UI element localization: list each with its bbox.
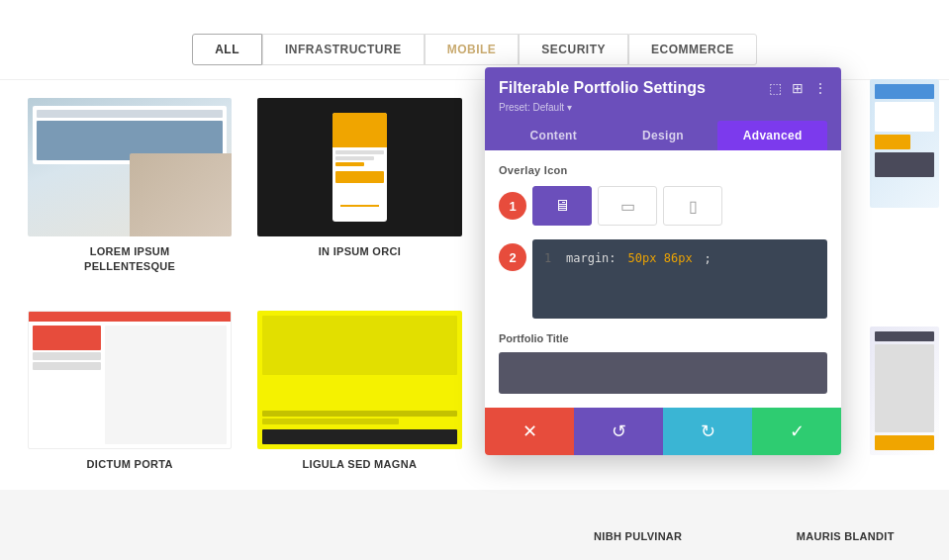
panel-preset[interactable]: Preset: Default ▾ — [499, 101, 827, 113]
right-partial-row1 — [870, 79, 939, 208]
tab-ecommerce[interactable]: ECOMMERCE — [628, 34, 757, 65]
panel-tabs: Content Design Advanced — [499, 121, 827, 150]
panel-header: Filterable Portfolio Settings ⬚ ⊞ ⋮ Pres… — [485, 67, 841, 150]
step-badge-1: 1 — [499, 192, 526, 220]
tab-content[interactable]: Content — [499, 121, 609, 150]
portfolio-item-4: DICTUM PORTA — [20, 303, 239, 480]
portfolio-title-label: Portfolio Title — [499, 332, 827, 344]
thumb-2 — [257, 98, 461, 236]
tab-infrastructure[interactable]: INFRASTRUCTURE — [262, 34, 425, 65]
confirm-button[interactable]: ✓ — [752, 408, 841, 455]
tab-design[interactable]: Design — [609, 121, 718, 150]
thumb-1 — [28, 98, 232, 236]
panel-body: Overlay Icon 1 🖥 ▭ ▯ 2 1 margin:50px 86p… — [485, 150, 841, 408]
icon-option-phone[interactable]: ▯ — [663, 186, 722, 226]
portfolio-item-5: LIGULA SED MAGNA — [249, 303, 469, 480]
portfolio-title-6: NIBH PULVINAR — [488, 457, 692, 472]
tab-security[interactable]: SECURITY — [519, 34, 628, 65]
panel-title: Filterable Portfolio Settings — [499, 79, 706, 97]
portfolio-title-input[interactable] — [499, 352, 827, 394]
icon-option-desktop[interactable]: 🖥 — [532, 186, 592, 226]
code-line-num: 1 — [544, 249, 554, 268]
more-icon[interactable]: ⋮ — [813, 80, 827, 96]
step-badge-2: 2 — [499, 243, 526, 271]
tab-advanced[interactable]: Advanced — [717, 121, 827, 150]
code-semi: ; — [705, 249, 712, 268]
desktop-icon: 🖥 — [554, 197, 570, 215]
code-value: 50px 86px — [628, 249, 693, 268]
portfolio-item-2: IN IPSUM ORCI — [249, 90, 469, 283]
bottom-title-mauris: MAURIS BLANDIT — [742, 530, 950, 542]
panel-footer: ✕ ↺ ↻ ✓ — [485, 408, 841, 455]
code-editor[interactable]: 1 margin:50px 86px; — [532, 239, 827, 319]
code-property: margin: — [566, 249, 617, 268]
code-section: 2 1 margin:50px 86px; — [499, 239, 827, 319]
portfolio-title-1: LOREM IPSUMPELLENTESQUE — [28, 244, 232, 275]
right-partial-row2 — [870, 327, 939, 455]
overlay-icons-row: 1 🖥 ▭ ▯ — [499, 186, 827, 226]
tablet-icon: ▭ — [620, 197, 635, 216]
tab-mobile[interactable]: MOBILE — [425, 34, 520, 65]
preset-arrow: ▾ — [567, 102, 572, 113]
overlay-icon-label: Overlay Icon — [499, 164, 827, 176]
redo-icon: ↻ — [701, 420, 715, 442]
portfolio-title-2: IN IPSUM ORCI — [257, 244, 461, 259]
tab-all[interactable]: ALL — [192, 34, 262, 65]
portfolio-title-5: LIGULA SED MAGNA — [257, 457, 461, 472]
cancel-button[interactable]: ✕ — [485, 408, 574, 455]
bottom-title-nibh: NIBH PULVINAR — [534, 530, 742, 542]
preset-label: Preset: Default — [499, 102, 564, 113]
thumb-5 — [257, 311, 461, 449]
grid-icon[interactable]: ⊞ — [792, 80, 804, 96]
portfolio-item-1: LOREM IPSUMPELLENTESQUE — [20, 90, 239, 283]
redo-button[interactable]: ↻ — [663, 408, 752, 455]
icon-option-tablet[interactable]: ▭ — [598, 186, 657, 226]
code-line: 1 margin:50px 86px; — [544, 249, 815, 268]
maximize-icon[interactable]: ⬚ — [769, 80, 782, 96]
panel-header-icons: ⬚ ⊞ ⋮ — [769, 80, 827, 96]
panel-header-top: Filterable Portfolio Settings ⬚ ⊞ ⋮ — [499, 79, 827, 97]
portfolio-title-4: DICTUM PORTA — [28, 457, 232, 472]
undo-icon: ↺ — [612, 420, 626, 442]
cancel-icon: ✕ — [522, 420, 537, 442]
phone-icon: ▯ — [689, 197, 698, 216]
thumb-2-inner — [332, 113, 387, 222]
undo-button[interactable]: ↺ — [574, 408, 663, 455]
portfolio-title-7: MAURIS BLANDIT — [717, 457, 921, 472]
settings-panel: Filterable Portfolio Settings ⬚ ⊞ ⋮ Pres… — [485, 67, 841, 455]
confirm-icon: ✓ — [790, 420, 805, 442]
thumb-4 — [28, 311, 232, 449]
